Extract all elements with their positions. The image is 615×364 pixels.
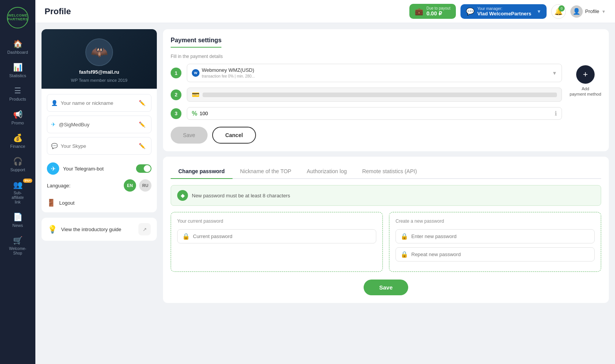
payment-section-title: Payment settings [171, 37, 601, 54]
lock-icon: 🔒 [182, 233, 190, 240]
sidebar-item-news[interactable]: 📄 News [0, 208, 35, 232]
skype-field-row: 💬 ✏️ [47, 137, 151, 155]
tab-auth-log[interactable]: Authorization log [299, 164, 354, 179]
sidebar-item-label: Dashboard [7, 50, 28, 55]
percent-input[interactable] [199, 108, 223, 119]
percent-field-wrap: % ℹ [187, 107, 562, 120]
wallet-icon: 💳 [192, 91, 199, 98]
manager-box[interactable]: 💬 Your manager: Vlad WelcomePartners ▼ [460, 4, 547, 19]
tab-change-password[interactable]: Change password [171, 164, 233, 179]
wallet-placeholder-bar [203, 93, 557, 97]
payment-actions: Save Cancel [171, 127, 601, 144]
telegram-toggle[interactable] [136, 164, 151, 173]
skype-icon: 💬 [51, 143, 58, 149]
percent-info-icon[interactable]: ℹ [555, 110, 557, 117]
language-row: Language: EN RU [42, 177, 157, 195]
telegram-field-icon: ✈ [51, 121, 56, 127]
left-panel: 🦇 fasfsf95@mail.ru WP Team member since … [42, 29, 157, 358]
skype-input[interactable] [61, 143, 133, 149]
logo: WELCOMEPARTNERS [7, 7, 28, 28]
sidebar-item-label: Finance [10, 144, 25, 149]
name-input[interactable] [61, 100, 133, 106]
method-name: Webmoney WMZ(USD) [202, 67, 254, 73]
password-section-card: Change password Nickname of the TOP Auth… [163, 157, 609, 303]
lang-en-button[interactable]: EN [124, 179, 136, 192]
sidebar-item-support[interactable]: 🎧 Support [0, 153, 35, 176]
current-password-input[interactable] [193, 233, 371, 239]
profile-banner: 🦇 fasfsf95@mail.ru WP Team member since … [42, 29, 157, 89]
payment-row-1: 1 W Webmoney WMZ(USD) transaction fee 0% [171, 64, 562, 82]
guide-button[interactable]: ↗ [138, 223, 151, 235]
webmoney-icon: W Webmoney WMZ(USD) transaction fee 0% |… [192, 67, 255, 79]
logout-label: Logout [59, 200, 75, 206]
add-label: Addpayment method [570, 86, 601, 97]
sidebar-item-welcomeshop[interactable]: 🛒 Welcome-Shop [0, 232, 35, 260]
sidebar-item-label: Promo [12, 121, 24, 126]
sidebar-item-dashboard[interactable]: 🏠 Dashboard [0, 35, 35, 59]
sidebar-item-promo[interactable]: 📢 Promo [0, 106, 35, 129]
telegram-input[interactable] [59, 122, 133, 127]
percent-icon: % [192, 110, 197, 117]
main-area: Profile 💼 Due to payout 0.00 ₽ 💬 Your ma… [35, 0, 615, 364]
profile-button[interactable]: 👤 Profile ▼ [570, 5, 606, 18]
percent-input-wrap: % ℹ [187, 107, 562, 120]
payment-row-3: 3 % ℹ [171, 107, 562, 120]
password-content: ◆ New password must be at least 8 charac… [171, 179, 601, 295]
payment-settings-card: Payment settings Fill in the payment det… [163, 29, 609, 151]
guide-icon: 💡 [48, 225, 57, 234]
payment-save-button[interactable]: Save [171, 127, 208, 144]
logout-row[interactable]: 🚪 Logout [42, 195, 157, 212]
sidebar-item-label: Products [9, 97, 26, 102]
dashboard-icon: 🏠 [13, 39, 23, 48]
lang-ru-button[interactable]: RU [139, 179, 151, 192]
telegram-bot-row: ✈ Your Telegram-bot [42, 160, 157, 177]
telegram-bot-icon: ✈ [47, 162, 59, 175]
telegram-field-row: ✈ ✏️ [47, 116, 151, 133]
guide-card: 💡 View the introductory guide ↗ [42, 218, 157, 241]
payment-method-select[interactable]: W Webmoney WMZ(USD) transaction fee 0% |… [187, 64, 562, 82]
sidebar-item-label: Statistics [9, 73, 26, 78]
notifications-badge: 0 [558, 5, 565, 12]
page-title: Profile [45, 7, 409, 17]
name-field-row: 👤 ✏️ [47, 94, 151, 112]
new-password-input[interactable] [411, 233, 590, 239]
notifications-button[interactable]: 🔔 0 [551, 4, 566, 19]
fill-label: Fill in the payment details [171, 54, 562, 59]
manager-label: Your manager: [477, 7, 532, 11]
support-icon: 🎧 [13, 157, 23, 166]
telegram-edit-button[interactable]: ✏️ [136, 119, 147, 130]
current-box-title: Your current password [177, 218, 376, 224]
avatar: 🦇 [85, 38, 113, 66]
subaffiliate-icon: 👥 [13, 180, 23, 189]
sidebar-item-subaffiliate[interactable]: 5%+ 👥 Sub-affiliatelink [0, 176, 35, 208]
tab-nickname-top[interactable]: Nickname of the TOP [233, 164, 299, 179]
lock-new-icon: 🔒 [401, 233, 408, 240]
add-payment-method-button[interactable]: + Addpayment method [570, 65, 601, 97]
guide-label: View the introductory guide [61, 227, 135, 232]
name-edit-button[interactable]: ✏️ [136, 98, 147, 108]
manager-name: Vlad WelcomePartners [477, 11, 532, 17]
repeat-password-input[interactable] [411, 251, 590, 257]
skype-edit-button[interactable]: ✏️ [136, 141, 147, 151]
tab-remote-stats[interactable]: Remote statistics (API) [354, 164, 424, 179]
sidebar-item-label: Welcome-Shop [9, 247, 27, 256]
profile-chevron-icon: ▼ [602, 9, 606, 14]
payment-row-2: 2 💳 [171, 88, 562, 102]
sidebar: WELCOMEPARTNERS 🏠 Dashboard 📊 Statistics… [0, 0, 35, 364]
sidebar-item-finance[interactable]: 💰 Finance [0, 129, 35, 153]
profile-email: fasfsf95@mail.ru [79, 69, 119, 75]
method-select-wrap: W Webmoney WMZ(USD) transaction fee 0% |… [187, 64, 562, 82]
profile-since: WP Team member since 2019 [71, 78, 128, 83]
logout-icon: 🚪 [47, 199, 55, 207]
payment-cancel-button[interactable]: Cancel [212, 127, 256, 144]
welcomeshop-icon: 🛒 [13, 236, 23, 245]
avatar: 👤 [570, 5, 583, 18]
sidebar-item-products[interactable]: ☰ Products [0, 82, 35, 106]
lock-repeat-icon: 🔒 [401, 251, 408, 258]
sidebar-item-statistics[interactable]: 📊 Statistics [0, 59, 35, 82]
repeat-password-wrap: 🔒 [396, 247, 595, 261]
topbar-right: 💼 Due to payout 0.00 ₽ 💬 Your manager: V… [409, 4, 606, 19]
method-sub: transaction fee 0% | min. 280... [202, 74, 255, 78]
password-save-button[interactable]: Save [364, 280, 408, 295]
sidebar-item-label: Support [10, 167, 25, 172]
